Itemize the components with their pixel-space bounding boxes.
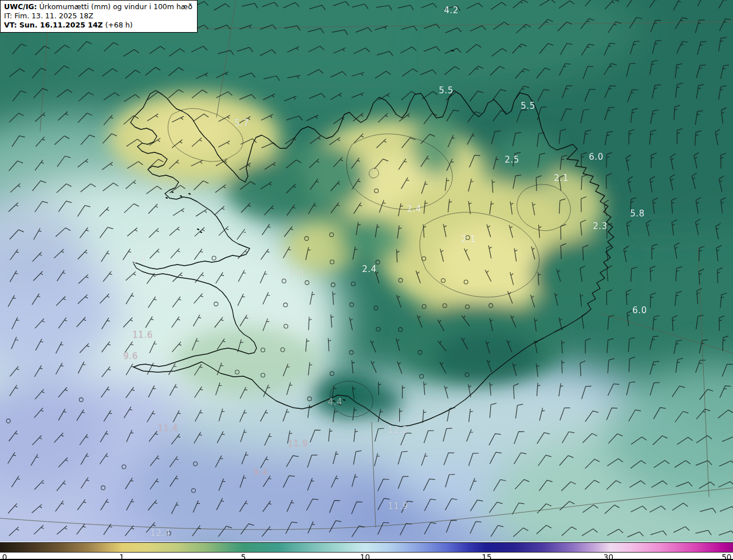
title-line-valid: VT: Sun. 16.11.2025 14Z (+68 h): [4, 21, 192, 30]
valid-time: VT: Sun. 16.11.2025 14Z: [4, 21, 103, 29]
colorbar-tick: 10: [360, 553, 370, 560]
colorbar-tick: 30: [604, 553, 613, 560]
colorbar-tick: 50: [722, 553, 731, 560]
contour-label: 5.5: [439, 85, 453, 96]
contour-label: 2.5: [505, 155, 519, 165]
colorbar-tick: 1: [119, 553, 124, 560]
title-line-product: UWC/IG: Úrkomumætti (mm) og vindur i 100…: [4, 2, 192, 11]
contour-label: 2.1: [461, 234, 475, 244]
contour-label: 9.4: [253, 467, 267, 478]
contour-label: 5.7: [234, 118, 249, 128]
weather-map-screenshot: 4.25.55.55.72.56.02.12.45.82.32.15.43.02…: [0, 0, 733, 560]
colorbar-gradient: [0, 542, 733, 553]
contour-label: 5.5: [521, 101, 535, 111]
contour-label: 11.9: [287, 439, 308, 449]
contour-label: 3.0: [289, 269, 304, 279]
contour-label: 12.4: [150, 528, 170, 538]
colorbar-tick: 5: [241, 553, 246, 560]
colorbar: 01510153050: [0, 542, 733, 560]
contour-label: 11.9: [388, 501, 408, 511]
contour-label: 11.4: [157, 423, 178, 433]
colorbar-tick-labels: 01510153050: [0, 553, 733, 560]
model-id: UWC/IG:: [4, 2, 37, 11]
forecast-map: 4.25.55.55.72.56.02.12.45.82.32.15.43.02…: [0, 0, 733, 542]
contour-label: 2.4: [407, 204, 421, 214]
contour-label: 2.4: [362, 264, 376, 274]
contour-label: 4.2: [444, 5, 458, 15]
contour-label: 12.2: [388, 425, 408, 435]
contour-label: 6.0: [589, 152, 603, 162]
contour-label: 2.3: [593, 221, 607, 231]
title-line-init: IT: Fim. 13. 11. 2025 18Z: [4, 11, 192, 21]
contour-label: 5.4: [131, 255, 145, 266]
colorbar-tick: 0: [2, 553, 7, 560]
contour-label: 5.8: [630, 208, 644, 219]
colorbar-tick: 15: [482, 553, 491, 560]
contour-label: 9.6: [123, 351, 137, 361]
valid-offset: (+68 h): [103, 21, 133, 29]
contour-label: 11.6: [132, 330, 152, 340]
product-title: Úrkomumætti (mm) og vindur i 100m hæð: [37, 2, 192, 11]
contour-label: 6.0: [632, 305, 647, 316]
contour-label: 4.4: [328, 397, 342, 407]
title-box: UWC/IG: Úrkomumætti (mm) og vindur i 100…: [0, 0, 198, 33]
contour-label: 2.1: [554, 173, 568, 183]
